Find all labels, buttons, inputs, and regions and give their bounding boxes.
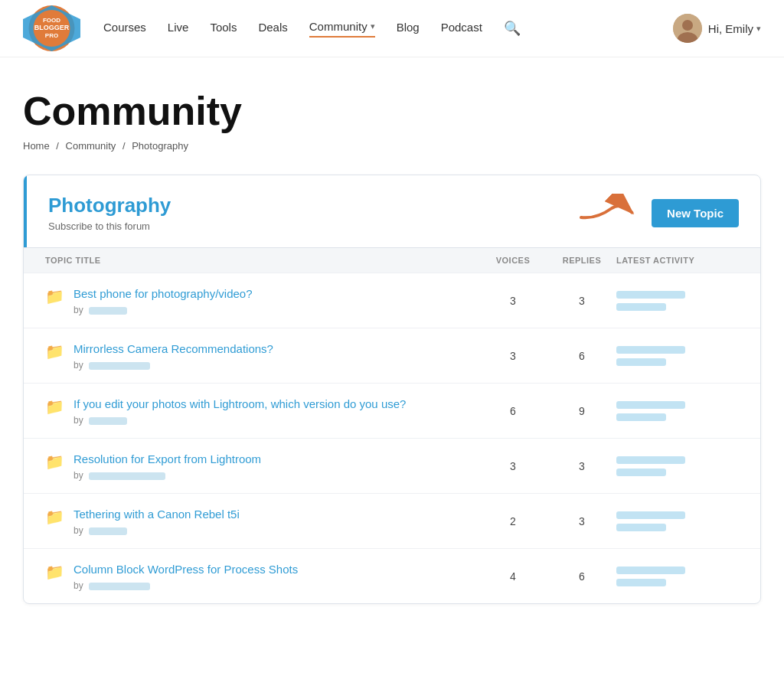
page-wrap: Community Home / Community / Photography… (0, 88, 784, 650)
topic-info: Tethering with a Canon Rebel t5i by (74, 506, 240, 536)
activity-cell (616, 291, 739, 311)
logo[interactable]: FOOD BLOGGER PRO (23, 4, 80, 54)
activity-blur-1 (616, 511, 685, 519)
topic-link[interactable]: Column Block WordPress for Process Shots (74, 563, 298, 576)
activity-blur-1 (616, 456, 685, 464)
svg-text:BLOGGER: BLOGGER (34, 24, 70, 31)
activity-blur-2 (616, 413, 666, 421)
svg-point-7 (682, 20, 693, 31)
activity-blur-1 (616, 567, 685, 574)
topic-info: If you edit your photos with Lightroom, … (74, 396, 406, 426)
col-topic-title: TOPIC TITLE (45, 256, 479, 265)
activity-blur-2 (616, 469, 666, 476)
svg-text:PRO: PRO (45, 32, 58, 39)
topic-title-cell: 📁 Mirrorless Camera Recommendations? by (45, 341, 479, 371)
user-chevron-icon: ▾ (756, 24, 761, 34)
nav-links: Courses Live Tools Deals Community ▾ Blo… (103, 20, 673, 38)
author-blur (89, 527, 127, 535)
new-topic-button[interactable]: New Topic (652, 199, 739, 227)
topic-by: by (74, 470, 261, 481)
breadcrumb: Home / Community / Photography (23, 140, 761, 152)
forum-box: Photography Subscribe to this forum New … (23, 175, 761, 604)
activity-cell (616, 567, 739, 586)
topic-by: by (74, 525, 240, 536)
table-row: 📁 Tethering with a Canon Rebel t5i by 2 … (24, 493, 760, 548)
nav-courses[interactable]: Courses (103, 21, 146, 37)
activity-blur-2 (616, 303, 666, 311)
table-row: 📁 Mirrorless Camera Recommendations? by … (24, 328, 760, 383)
svg-text:FOOD: FOOD (43, 17, 60, 24)
author-blur (89, 472, 165, 480)
topic-link[interactable]: Resolution for Export from Lightroom (74, 452, 261, 465)
replies-cell: 6 (547, 350, 616, 362)
topic-link[interactable]: Mirrorless Camera Recommendations? (74, 342, 273, 355)
voices-cell: 3 (479, 460, 547, 472)
folder-icon: 📁 (45, 287, 64, 305)
replies-cell: 3 (547, 515, 616, 527)
nav-blog[interactable]: Blog (397, 21, 420, 37)
breadcrumb-sep-2: / (122, 140, 126, 152)
author-blur (89, 583, 150, 590)
topic-title-cell: 📁 If you edit your photos with Lightroom… (45, 396, 479, 426)
user-greeting[interactable]: Hi, Emily ▾ (708, 22, 761, 35)
nav-live[interactable]: Live (168, 21, 189, 37)
page-title: Community (23, 88, 761, 134)
replies-cell: 3 (547, 460, 616, 472)
topic-title-cell: 📁 Best phone for photography/video? by (45, 286, 479, 315)
author-blur (89, 417, 127, 425)
breadcrumb-home[interactable]: Home (23, 140, 50, 152)
topic-title-cell: 📁 Resolution for Export from Lightroom b… (45, 451, 479, 481)
user-area: Hi, Emily ▾ (673, 14, 761, 43)
topic-info: Mirrorless Camera Recommendations? by (74, 341, 273, 371)
topic-link[interactable]: Tethering with a Canon Rebel t5i (74, 508, 240, 521)
forum-title-wrap: Photography Subscribe to this forum (48, 194, 171, 232)
folder-icon: 📁 (45, 452, 64, 471)
breadcrumb-current: Photography (132, 140, 188, 152)
topic-by: by (74, 580, 298, 591)
nav-deals[interactable]: Deals (258, 21, 287, 37)
folder-icon: 📁 (45, 508, 64, 526)
author-blur (89, 362, 150, 370)
topic-by: by (74, 415, 406, 426)
activity-cell (616, 401, 739, 421)
folder-icon: 📁 (45, 342, 64, 361)
forum-subscribe[interactable]: Subscribe to this forum (48, 220, 171, 232)
topic-link[interactable]: If you edit your photos with Lightroom, … (74, 397, 406, 410)
activity-blur-2 (616, 524, 666, 531)
activity-blur-1 (616, 346, 685, 354)
folder-icon: 📁 (45, 563, 64, 581)
avatar (673, 14, 702, 43)
col-activity: LATEST ACTIVITY (616, 256, 739, 265)
topic-by: by (74, 360, 273, 371)
breadcrumb-sep-1: / (56, 140, 59, 152)
activity-cell (616, 456, 739, 476)
folder-icon: 📁 (45, 397, 64, 416)
replies-cell: 6 (547, 570, 616, 583)
activity-blur-2 (616, 358, 666, 366)
topics-list: 📁 Best phone for photography/video? by 3… (24, 273, 760, 603)
voices-cell: 4 (479, 570, 547, 583)
replies-cell: 3 (547, 295, 616, 307)
activity-cell (616, 346, 739, 366)
topic-info: Column Block WordPress for Process Shots… (74, 561, 298, 591)
search-icon[interactable]: 🔍 (504, 20, 521, 37)
topic-info: Resolution for Export from Lightroom by (74, 451, 261, 481)
topic-title-cell: 📁 Column Block WordPress for Process Sho… (45, 561, 479, 591)
col-voices: VOICES (479, 256, 547, 265)
nav-podcast[interactable]: Podcast (441, 21, 482, 37)
activity-blur-2 (616, 579, 666, 586)
activity-blur-1 (616, 401, 685, 409)
activity-blur-1 (616, 291, 685, 299)
navbar: FOOD BLOGGER PRO Courses Live Tools Deal… (0, 0, 784, 57)
author-blur (89, 307, 127, 315)
nav-tools[interactable]: Tools (210, 21, 237, 37)
voices-cell: 6 (479, 405, 547, 417)
topic-link[interactable]: Best phone for photography/video? (74, 287, 253, 300)
nav-community[interactable]: Community ▾ (309, 20, 375, 38)
replies-cell: 9 (547, 405, 616, 417)
table-row: 📁 Column Block WordPress for Process Sho… (24, 548, 760, 603)
table-row: 📁 If you edit your photos with Lightroom… (24, 383, 760, 438)
voices-cell: 3 (479, 350, 547, 362)
breadcrumb-community[interactable]: Community (66, 140, 116, 152)
topic-by: by (74, 305, 253, 315)
